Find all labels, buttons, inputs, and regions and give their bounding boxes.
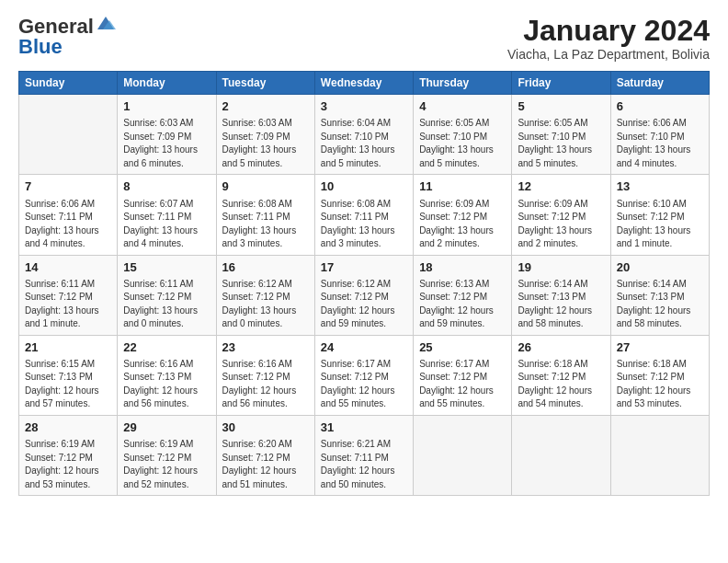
day-number: 6: [617, 98, 703, 115]
day-number: 29: [123, 419, 210, 436]
calendar-cell: 26Sunrise: 6:18 AM Sunset: 7:12 PM Dayli…: [512, 335, 610, 415]
day-info: Sunrise: 6:16 AM Sunset: 7:13 PM Dayligh…: [123, 358, 210, 411]
day-info: Sunrise: 6:03 AM Sunset: 7:09 PM Dayligh…: [123, 117, 210, 170]
day-number: 10: [321, 178, 407, 195]
calendar-cell: 6Sunrise: 6:06 AM Sunset: 7:10 PM Daylig…: [610, 95, 709, 175]
day-info: Sunrise: 6:17 AM Sunset: 7:12 PM Dayligh…: [321, 358, 407, 411]
day-info: Sunrise: 6:20 AM Sunset: 7:12 PM Dayligh…: [222, 438, 309, 491]
day-info: Sunrise: 6:18 AM Sunset: 7:12 PM Dayligh…: [518, 358, 604, 411]
day-number: 31: [321, 419, 407, 436]
calendar-week-5: 28Sunrise: 6:19 AM Sunset: 7:12 PM Dayli…: [19, 415, 710, 495]
day-info: Sunrise: 6:11 AM Sunset: 7:12 PM Dayligh…: [123, 278, 210, 331]
calendar-cell: 30Sunrise: 6:20 AM Sunset: 7:12 PM Dayli…: [216, 415, 314, 495]
location: Viacha, La Paz Department, Bolivia: [507, 47, 710, 62]
col-monday: Monday: [118, 72, 216, 95]
day-number: 4: [419, 98, 506, 115]
calendar-cell: 21Sunrise: 6:15 AM Sunset: 7:13 PM Dayli…: [19, 335, 118, 415]
day-info: Sunrise: 6:07 AM Sunset: 7:11 PM Dayligh…: [123, 198, 210, 251]
calendar-week-2: 7Sunrise: 6:06 AM Sunset: 7:11 PM Daylig…: [19, 175, 710, 255]
day-number: 2: [222, 98, 309, 115]
day-number: 26: [518, 339, 604, 356]
day-info: Sunrise: 6:13 AM Sunset: 7:12 PM Dayligh…: [419, 278, 506, 331]
month-title: January 2024: [507, 15, 710, 47]
calendar-cell: 14Sunrise: 6:11 AM Sunset: 7:12 PM Dayli…: [19, 255, 118, 335]
day-number: 12: [518, 178, 604, 195]
calendar-body: 1Sunrise: 6:03 AM Sunset: 7:09 PM Daylig…: [19, 95, 710, 496]
day-number: 22: [123, 339, 210, 356]
calendar-cell: 25Sunrise: 6:17 AM Sunset: 7:12 PM Dayli…: [414, 335, 512, 415]
calendar-cell: 23Sunrise: 6:16 AM Sunset: 7:12 PM Dayli…: [216, 335, 314, 415]
calendar-cell: 28Sunrise: 6:19 AM Sunset: 7:12 PM Dayli…: [19, 415, 118, 495]
col-wednesday: Wednesday: [314, 72, 413, 95]
calendar-cell: [414, 415, 512, 495]
day-number: 5: [518, 98, 604, 115]
calendar-cell: 2Sunrise: 6:03 AM Sunset: 7:09 PM Daylig…: [216, 95, 314, 175]
logo-icon: [96, 13, 116, 33]
day-number: 15: [123, 259, 210, 276]
day-number: 30: [222, 419, 309, 436]
day-info: Sunrise: 6:17 AM Sunset: 7:12 PM Dayligh…: [419, 358, 506, 411]
day-info: Sunrise: 6:19 AM Sunset: 7:12 PM Dayligh…: [25, 438, 111, 491]
calendar-cell: 15Sunrise: 6:11 AM Sunset: 7:12 PM Dayli…: [118, 255, 216, 335]
calendar-cell: 10Sunrise: 6:08 AM Sunset: 7:11 PM Dayli…: [314, 175, 413, 255]
day-number: 11: [419, 178, 506, 195]
logo: General Blue: [18, 15, 116, 59]
day-info: Sunrise: 6:04 AM Sunset: 7:10 PM Dayligh…: [321, 117, 407, 170]
day-number: 19: [518, 259, 604, 276]
calendar-cell: 8Sunrise: 6:07 AM Sunset: 7:11 PM Daylig…: [118, 175, 216, 255]
day-number: 14: [25, 259, 111, 276]
day-number: 17: [321, 259, 407, 276]
calendar-cell: 22Sunrise: 6:16 AM Sunset: 7:13 PM Dayli…: [118, 335, 216, 415]
day-number: 21: [25, 339, 111, 356]
day-number: 9: [222, 178, 309, 195]
calendar-cell: 31Sunrise: 6:21 AM Sunset: 7:11 PM Dayli…: [314, 415, 413, 495]
day-number: 7: [25, 178, 111, 195]
day-info: Sunrise: 6:14 AM Sunset: 7:13 PM Dayligh…: [518, 278, 604, 331]
calendar-table: Sunday Monday Tuesday Wednesday Thursday…: [18, 71, 710, 496]
day-number: 8: [123, 178, 210, 195]
day-info: Sunrise: 6:03 AM Sunset: 7:09 PM Dayligh…: [222, 117, 309, 170]
calendar-cell: 9Sunrise: 6:08 AM Sunset: 7:11 PM Daylig…: [216, 175, 314, 255]
day-info: Sunrise: 6:10 AM Sunset: 7:12 PM Dayligh…: [617, 198, 703, 251]
day-info: Sunrise: 6:12 AM Sunset: 7:12 PM Dayligh…: [222, 278, 309, 331]
day-number: 27: [617, 339, 703, 356]
calendar-cell: 27Sunrise: 6:18 AM Sunset: 7:12 PM Dayli…: [610, 335, 709, 415]
calendar-cell: 5Sunrise: 6:05 AM Sunset: 7:10 PM Daylig…: [512, 95, 610, 175]
day-info: Sunrise: 6:15 AM Sunset: 7:13 PM Dayligh…: [25, 358, 111, 411]
col-sunday: Sunday: [19, 72, 118, 95]
calendar-cell: 12Sunrise: 6:09 AM Sunset: 7:12 PM Dayli…: [512, 175, 610, 255]
calendar-cell: 17Sunrise: 6:12 AM Sunset: 7:12 PM Dayli…: [314, 255, 413, 335]
calendar-cell: [19, 95, 118, 175]
calendar-cell: [512, 415, 610, 495]
day-info: Sunrise: 6:14 AM Sunset: 7:13 PM Dayligh…: [617, 278, 703, 331]
day-info: Sunrise: 6:21 AM Sunset: 7:11 PM Dayligh…: [321, 438, 407, 491]
day-number: 23: [222, 339, 309, 356]
col-tuesday: Tuesday: [216, 72, 314, 95]
day-info: Sunrise: 6:05 AM Sunset: 7:10 PM Dayligh…: [518, 117, 604, 170]
day-number: 20: [617, 259, 703, 276]
day-info: Sunrise: 6:12 AM Sunset: 7:12 PM Dayligh…: [321, 278, 407, 331]
calendar-cell: 3Sunrise: 6:04 AM Sunset: 7:10 PM Daylig…: [314, 95, 413, 175]
calendar-cell: 1Sunrise: 6:03 AM Sunset: 7:09 PM Daylig…: [118, 95, 216, 175]
calendar-cell: [610, 415, 709, 495]
calendar-cell: 24Sunrise: 6:17 AM Sunset: 7:12 PM Dayli…: [314, 335, 413, 415]
calendar-cell: 13Sunrise: 6:10 AM Sunset: 7:12 PM Dayli…: [610, 175, 709, 255]
header: General Blue January 2024 Viacha, La Paz…: [18, 15, 710, 62]
day-number: 28: [25, 419, 111, 436]
calendar-cell: 16Sunrise: 6:12 AM Sunset: 7:12 PM Dayli…: [216, 255, 314, 335]
day-info: Sunrise: 6:11 AM Sunset: 7:12 PM Dayligh…: [25, 278, 111, 331]
day-info: Sunrise: 6:06 AM Sunset: 7:10 PM Dayligh…: [617, 117, 703, 170]
calendar-week-1: 1Sunrise: 6:03 AM Sunset: 7:09 PM Daylig…: [19, 95, 710, 175]
day-number: 13: [617, 178, 703, 195]
day-number: 25: [419, 339, 506, 356]
day-number: 1: [123, 98, 210, 115]
calendar-cell: 11Sunrise: 6:09 AM Sunset: 7:12 PM Dayli…: [414, 175, 512, 255]
day-info: Sunrise: 6:08 AM Sunset: 7:11 PM Dayligh…: [222, 198, 309, 251]
calendar-cell: 29Sunrise: 6:19 AM Sunset: 7:12 PM Dayli…: [118, 415, 216, 495]
day-info: Sunrise: 6:05 AM Sunset: 7:10 PM Dayligh…: [419, 117, 506, 170]
day-number: 16: [222, 259, 309, 276]
col-friday: Friday: [512, 72, 610, 95]
day-info: Sunrise: 6:09 AM Sunset: 7:12 PM Dayligh…: [518, 198, 604, 251]
day-info: Sunrise: 6:09 AM Sunset: 7:12 PM Dayligh…: [419, 198, 506, 251]
page: General Blue January 2024 Viacha, La Paz…: [0, 0, 728, 505]
